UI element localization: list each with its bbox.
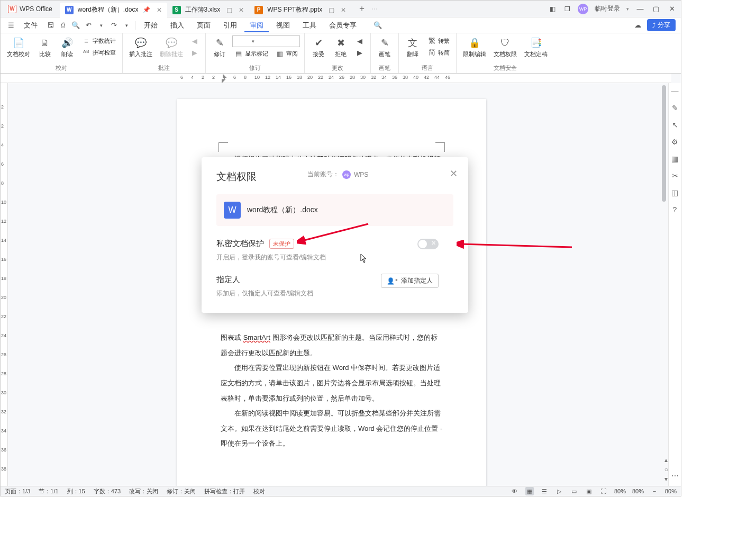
status-word-count[interactable]: 字数：473 <box>94 487 121 495</box>
tab-close-icon[interactable]: ✕ <box>341 6 346 14</box>
accept-button[interactable]: ✔接受 <box>309 35 328 59</box>
page-up-icon[interactable]: ▴ <box>664 456 668 464</box>
save-icon[interactable]: 🖫 <box>45 20 56 31</box>
menu-page[interactable]: 页面 <box>192 19 216 32</box>
status-overwrite[interactable]: 改写：关闭 <box>129 487 158 495</box>
read-aloud-button[interactable]: 🔊朗读 <box>58 35 77 59</box>
login-label[interactable]: 临时登录 <box>595 4 620 13</box>
window-close-icon[interactable]: ✕ <box>667 5 677 13</box>
track-changes-button[interactable]: ✎修订 <box>210 35 229 59</box>
minus-icon[interactable]: — <box>670 86 680 96</box>
user-avatar-icon[interactable]: WP <box>578 4 588 14</box>
undo-icon[interactable]: ↶ <box>83 20 94 31</box>
hamburger-icon[interactable]: ☰ <box>6 20 16 31</box>
tab-ppt[interactable]: P WPS PPT教程.pptx ▢ ✕ <box>249 3 351 17</box>
menu-tools[interactable]: 工具 <box>297 19 322 32</box>
menu-insert[interactable]: 插入 <box>165 19 189 32</box>
tab-restore-icon[interactable]: ▢ <box>226 6 232 14</box>
page-down-icon[interactable]: ▾ <box>664 475 668 483</box>
menu-start[interactable]: 开始 <box>139 19 163 32</box>
vertical-scrollbar[interactable] <box>661 83 667 486</box>
doc-final-button[interactable]: 📑文档定稿 <box>522 35 550 59</box>
more-icon[interactable]: ⋯ <box>670 471 680 481</box>
help-icon[interactable]: ? <box>670 205 680 214</box>
chevron-down-icon[interactable]: ▾ <box>626 6 629 12</box>
reject-button[interactable]: ✖拒绝 <box>331 35 350 59</box>
search-icon[interactable]: 🔍 <box>372 20 383 31</box>
doc-paragraph[interactable]: 使用在需要位置出现的新按钮在 Word 中保存时间。若要更改图片适应文档的方式，… <box>221 360 443 406</box>
fullscreen-icon[interactable]: ⛶ <box>599 487 608 495</box>
restrict-edit-button[interactable]: 🔒限制编辑 <box>461 35 488 59</box>
translate-button[interactable]: 文翻译 <box>403 35 422 59</box>
cloud-icon[interactable]: ☁ <box>632 20 643 31</box>
eye-icon[interactable]: 👁 <box>511 487 519 495</box>
settings-icon[interactable]: ⚙ <box>670 137 680 147</box>
share-button[interactable]: ⤴ 分享 <box>647 19 676 31</box>
tab-close-icon[interactable]: ✕ <box>239 6 244 14</box>
horizontal-ruler[interactable]: 6422468101214161820222426283032343638404… <box>1 74 671 83</box>
tab-close-icon[interactable]: ✕ <box>157 6 162 14</box>
add-assignee-button[interactable]: 👤⁺ 添加指定人 <box>381 274 439 288</box>
status-page[interactable]: 页面：1/3 <box>5 487 30 495</box>
tab-pin-icon[interactable]: 📌 <box>143 6 150 13</box>
tab-restore-icon[interactable]: ▢ <box>329 6 334 14</box>
vertical-ruler[interactable]: 224681012141618202224262830323436384042 <box>1 83 8 486</box>
tools-icon[interactable]: ✂ <box>670 171 680 180</box>
doc-paragraph[interactable]: 在新的阅读视图中阅读更加容易。可以折叠文档某些部分并关注所需文本。如果在达到结尾… <box>221 406 443 451</box>
show-markup-button[interactable]: ▤显示标记 <box>232 48 270 59</box>
status-proof[interactable]: 校对 <box>253 487 265 495</box>
menu-file[interactable]: 文件 <box>19 19 43 32</box>
chevron-down-icon[interactable]: ▾ <box>121 20 132 31</box>
protect-toggle[interactable]: ✕ <box>417 239 439 249</box>
tab-sheet[interactable]: S 工作簿3.xlsx ▢ ✕ <box>167 3 250 17</box>
smartart-link[interactable]: SmartArt <box>243 333 270 341</box>
doc-paragraph[interactable]: 图表或 SmartArt 图形将会更改以匹配新的主题。当应用样式时，您的标题会进… <box>221 330 443 360</box>
doc-proof-button[interactable]: 📄文档校对 <box>5 35 32 59</box>
grid-icon[interactable]: ▦ <box>670 154 680 164</box>
pen-button[interactable]: ✎画笔 <box>375 35 394 59</box>
web-view-icon[interactable]: ▭ <box>570 487 578 495</box>
panel-icon[interactable]: ◧ <box>548 5 557 13</box>
view-icon[interactable]: ◫ <box>670 188 680 197</box>
delete-comment-button[interactable]: 💬删除批注 <box>158 35 185 59</box>
print-icon[interactable]: ⎙ <box>58 20 68 31</box>
dialog-close-icon[interactable]: ✕ <box>450 168 458 179</box>
zoom-out-icon[interactable]: − <box>650 487 659 495</box>
page-view-icon[interactable]: ▦ <box>525 487 534 495</box>
status-column[interactable]: 列：15 <box>67 487 85 495</box>
zoom-value-3[interactable]: 80% <box>665 488 677 494</box>
tab-overflow-icon[interactable]: ⋯ <box>371 5 378 13</box>
insert-comment-button[interactable]: 💬插入批注 <box>127 35 154 59</box>
status-section[interactable]: 节：1/1 <box>39 487 58 495</box>
status-spellcheck[interactable]: 拼写检查：打开 <box>204 487 245 495</box>
scrollbar-thumb[interactable] <box>662 85 666 202</box>
next-change-button[interactable]: ▶ <box>353 47 366 58</box>
page-select-icon[interactable]: ○ <box>664 466 668 473</box>
word-count-button[interactable]: ≡字数统计 <box>80 35 118 46</box>
window-minimize-icon[interactable]: — <box>635 5 645 13</box>
select-icon[interactable]: ↖ <box>670 120 680 130</box>
to-simp-button[interactable]: 简转简 <box>425 47 452 58</box>
window-restore-icon[interactable]: ▢ <box>651 5 661 13</box>
zoom-value-1[interactable]: 80% <box>614 488 626 494</box>
prev-change-button[interactable]: ◀ <box>353 35 366 46</box>
to-trad-button[interactable]: 繁转繁 <box>425 35 452 46</box>
new-tab-button[interactable]: ＋ <box>357 4 367 14</box>
compare-button[interactable]: 🗎比较 <box>35 35 54 59</box>
menu-reference[interactable]: 引用 <box>218 19 242 32</box>
redo-icon[interactable]: ↷ <box>108 20 119 31</box>
play-icon[interactable]: ▷ <box>555 487 563 495</box>
spell-check-button[interactable]: ᴬᴮ拼写检查 <box>80 47 118 58</box>
menu-review[interactable]: 审阅 <box>244 19 269 32</box>
review-pane-button[interactable]: ▥审阅 <box>274 48 300 59</box>
zoom-value-2[interactable]: 80% <box>632 488 644 494</box>
pencil-icon[interactable]: ✎ <box>670 103 680 113</box>
chevron-down-icon[interactable]: ▾ <box>96 20 106 31</box>
status-revision[interactable]: 修订：关闭 <box>167 487 196 495</box>
prev-comment-button[interactable]: ◀ <box>188 35 201 46</box>
outline-view-icon[interactable]: ☰ <box>540 487 549 495</box>
tab-word-doc[interactable]: W word教程（新）.docx 📌 ✕ <box>60 3 167 17</box>
cube-icon[interactable]: ❒ <box>563 5 571 13</box>
reading-view-icon[interactable]: ▣ <box>585 487 593 495</box>
menu-vip[interactable]: 会员专享 <box>324 19 362 32</box>
